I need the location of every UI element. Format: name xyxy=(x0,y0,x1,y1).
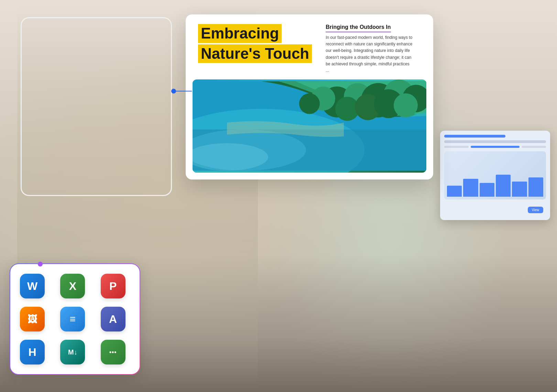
document-card: Embracing Nature's Touch Bringing the Ou… xyxy=(186,14,433,179)
panel-connector-dot xyxy=(38,262,43,266)
doc-nature-image xyxy=(193,79,426,173)
excel-label: X xyxy=(69,280,76,293)
microsoft-excel-icon[interactable]: X xyxy=(60,274,85,298)
svg-point-11 xyxy=(394,94,418,118)
doc-card-header: Embracing Nature's Touch Bringing the Ou… xyxy=(186,14,433,79)
right-monitor-content: View xyxy=(440,131,550,220)
markdown-label: M↓ xyxy=(68,348,77,356)
monitor-bar-1 xyxy=(444,135,505,138)
microsoft-powerpoint-icon[interactable]: P xyxy=(101,274,125,298)
hugo-icon[interactable]: H xyxy=(20,340,45,364)
photos-label: 🖼 xyxy=(28,314,37,325)
doc-title-block: Embracing Nature's Touch xyxy=(198,24,312,63)
doc-title-line2: Nature's Touch xyxy=(198,44,312,63)
photos-icon[interactable]: 🖼 xyxy=(20,307,45,331)
aerial-svg xyxy=(193,79,426,173)
apps-panel: W X P 🖼 ≡ A H M↓ ••• xyxy=(10,263,140,375)
doc-article: Bringing the Outdoors In In our fast-pac… xyxy=(326,24,421,74)
font-label: A xyxy=(109,313,117,326)
doc-article-body: In our fast-paced modern world, finding … xyxy=(326,34,414,74)
doc-title-line1: Embracing xyxy=(198,24,282,43)
word-label: W xyxy=(27,280,37,293)
doc-article-title: Bringing the Outdoors In xyxy=(326,24,391,32)
monitor-action-button[interactable]: View xyxy=(528,207,544,213)
monitor-bar-2 xyxy=(444,140,546,143)
markdown-icon[interactable]: M↓ xyxy=(60,340,85,364)
notes-icon[interactable]: ≡ xyxy=(60,307,85,331)
hugo-label: H xyxy=(28,346,36,359)
svg-point-13 xyxy=(299,94,320,114)
more-apps-icon[interactable]: ••• xyxy=(101,340,125,364)
apps-grid: W X P 🖼 ≡ A H M↓ ••• xyxy=(20,274,130,364)
right-monitor: View xyxy=(440,131,550,220)
microsoft-word-icon[interactable]: W xyxy=(20,274,45,298)
notes-label: ≡ xyxy=(70,313,76,325)
font-icon[interactable]: A xyxy=(101,307,125,331)
connector-dot xyxy=(171,89,176,94)
ppt-label: P xyxy=(109,280,117,293)
more-label: ••• xyxy=(109,349,117,356)
